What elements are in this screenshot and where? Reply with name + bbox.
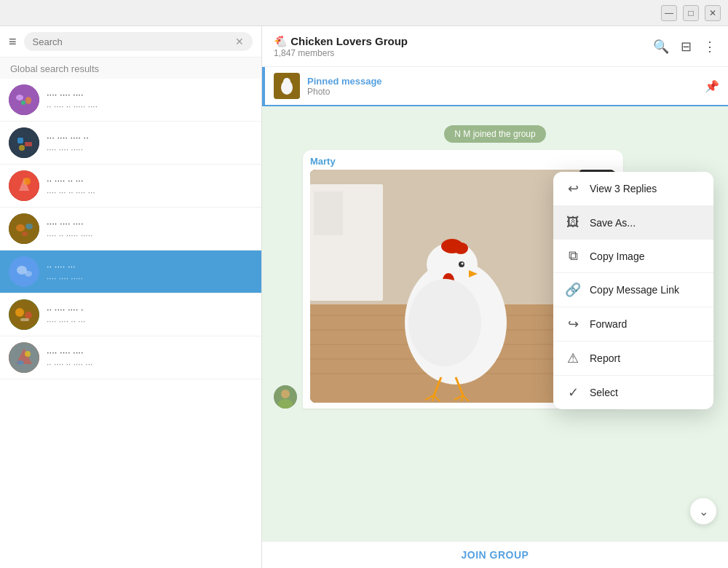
left-panel: ≡ ✕ Global search results xyxy=(0,26,262,568)
svg-point-14 xyxy=(22,232,28,236)
result-meta: ·· ···· ·· ··· xyxy=(47,175,253,186)
list-item[interactable]: ·· ···· ···· · ···· ···· ·· ··· xyxy=(0,293,261,336)
list-item[interactable]: ··· ···· ···· ·· ···· ···· ····· xyxy=(0,122,261,165)
avatar xyxy=(9,213,39,244)
global-search-label: Global search results xyxy=(0,58,261,79)
result-content: ···· ···· ···· ·· ···· ·· ····· ···· xyxy=(47,89,253,111)
result-text: ···· ··· ·· ···· ··· xyxy=(47,187,253,197)
forward-icon: ↪ xyxy=(565,316,581,332)
result-content: ···· ···· ···· ···· ·· ····· ····· xyxy=(47,218,253,240)
pinned-thumbnail xyxy=(274,73,300,99)
context-menu-select[interactable]: ✓ Select xyxy=(553,376,713,409)
chat-header-info: 🐔 Chicken Lovers Group 1,847 members xyxy=(274,35,644,58)
context-menu-copy-image[interactable]: ⧉ Copy Image xyxy=(553,240,713,273)
pin-icon: 📌 xyxy=(705,79,719,93)
result-meta: ··· ···· ···· ·· xyxy=(47,132,253,143)
search-bar: ≡ ✕ xyxy=(0,26,261,58)
svg-point-17 xyxy=(25,271,32,277)
pinned-message-bar[interactable]: Pinned message Photo 📌 xyxy=(262,67,728,106)
maximize-button[interactable]: □ xyxy=(683,5,699,21)
chat-header-actions: 🔍 ⊟ ⋮ xyxy=(653,39,716,55)
titlebar: — □ ✕ xyxy=(0,0,728,26)
join-group-button[interactable]: JOIN GROUP xyxy=(262,549,728,561)
context-menu-view-replies[interactable]: ↩ View 3 Replies xyxy=(553,172,713,206)
context-menu-copy-message-link[interactable]: 🔗 Copy Message Link xyxy=(553,273,713,307)
svg-point-12 xyxy=(16,224,25,232)
svg-point-7 xyxy=(19,145,25,151)
result-meta: ···· ···· ···· xyxy=(47,347,253,358)
avatar xyxy=(9,84,39,115)
result-text: ···· ·· ····· ····· xyxy=(47,230,253,240)
reply-icon: ↩ xyxy=(565,181,581,197)
result-meta: ···· ···· ···· xyxy=(47,218,253,229)
message-avatar xyxy=(274,385,297,409)
search-results-list: ···· ···· ···· ·· ···· ·· ····· ···· ···… xyxy=(0,79,261,568)
scroll-down-button[interactable]: ⌄ xyxy=(690,498,716,524)
context-menu-item-label: Copy Message Link xyxy=(590,284,679,296)
svg-rect-6 xyxy=(25,142,32,146)
context-menu-report[interactable]: ⚠ Report xyxy=(553,342,713,376)
search-input-wrap: ✕ xyxy=(24,32,253,51)
minimize-button[interactable]: — xyxy=(661,5,677,21)
svg-point-2 xyxy=(25,97,31,104)
result-content: ···· ···· ···· ·· ···· ·· ···· ··· xyxy=(47,347,253,369)
list-item[interactable]: ·· ···· ·· ··· ···· ··· ·· ···· ··· xyxy=(0,165,261,208)
avatar xyxy=(9,299,39,330)
search-input[interactable] xyxy=(33,36,231,47)
svg-point-19 xyxy=(15,308,24,317)
pinned-info: Pinned message Photo xyxy=(307,76,697,97)
avatar xyxy=(9,256,39,287)
result-text: ···· ···· ····· xyxy=(47,144,253,154)
svg-point-3 xyxy=(21,100,25,105)
context-menu-item-label: Select xyxy=(590,387,618,398)
message-sender: Marty xyxy=(310,156,616,167)
context-menu-item-label: Report xyxy=(590,352,620,364)
columns-icon[interactable]: ⊟ xyxy=(681,39,692,55)
svg-point-18 xyxy=(9,299,39,330)
svg-point-25 xyxy=(17,360,24,365)
context-menu-save-as[interactable]: 🖼 Save As... xyxy=(553,206,713,240)
search-icon[interactable]: 🔍 xyxy=(653,39,669,55)
save-icon: 🖼 xyxy=(565,215,581,230)
result-text: ···· ···· ·· ··· xyxy=(47,316,253,326)
avatar xyxy=(9,342,39,373)
chat-bottom-bar: JOIN GROUP xyxy=(262,541,728,568)
report-icon: ⚠ xyxy=(565,350,581,366)
result-content: ··· ···· ···· ·· ···· ···· ····· xyxy=(47,132,253,154)
avatar xyxy=(9,127,39,158)
search-clear-icon[interactable]: ✕ xyxy=(235,36,244,47)
list-item[interactable]: ···· ···· ···· ···· ·· ····· ····· xyxy=(0,208,261,251)
list-item[interactable]: ···· ···· ···· ·· ···· ·· ···· ··· xyxy=(0,336,261,379)
system-bubble-text: N M joined the group xyxy=(444,125,545,143)
svg-rect-21 xyxy=(20,318,29,321)
select-icon: ✓ xyxy=(565,384,581,401)
avatar xyxy=(9,170,39,201)
pinned-sublabel: Photo xyxy=(307,87,697,97)
svg-point-20 xyxy=(25,312,32,319)
context-menu-item-label: View 3 Replies xyxy=(590,183,657,194)
context-menu-forward[interactable]: ↪ Forward xyxy=(553,307,713,342)
svg-point-50 xyxy=(462,263,464,265)
app: ≡ ✕ Global search results xyxy=(0,26,728,568)
result-content: ·· ···· ·· ··· ···· ··· ·· ···· ··· xyxy=(47,175,253,197)
svg-point-4 xyxy=(9,127,39,158)
context-menu-item-label: Save As... xyxy=(590,217,636,229)
list-item[interactable]: ···· ···· ···· ·· ···· ·· ····· ···· xyxy=(0,79,261,122)
svg-point-24 xyxy=(25,351,31,357)
pinned-label: Pinned message xyxy=(307,76,697,87)
chat-header: 🐔 Chicken Lovers Group 1,847 members 🔍 ⊟… xyxy=(262,26,728,67)
more-options-icon[interactable]: ⋮ xyxy=(703,39,716,55)
right-panel: 🐔 Chicken Lovers Group 1,847 members 🔍 ⊟… xyxy=(262,26,728,568)
close-button[interactable]: ✕ xyxy=(705,5,721,21)
menu-icon[interactable]: ≡ xyxy=(9,34,17,50)
list-item[interactable]: ·· ···· ··· ···· ···· ····· xyxy=(0,251,261,293)
result-meta: ·· ···· ··· xyxy=(47,261,253,272)
svg-point-30 xyxy=(281,390,290,398)
result-content: ·· ···· ··· ···· ···· ····· xyxy=(47,261,253,283)
context-menu-item-label: Forward xyxy=(590,318,627,330)
chat-title: 🐔 Chicken Lovers Group xyxy=(274,35,565,48)
svg-point-51 xyxy=(408,279,481,366)
system-message: N M joined the group xyxy=(274,125,716,143)
chevron-down-icon: ⌄ xyxy=(699,505,708,518)
svg-rect-41 xyxy=(314,192,343,235)
